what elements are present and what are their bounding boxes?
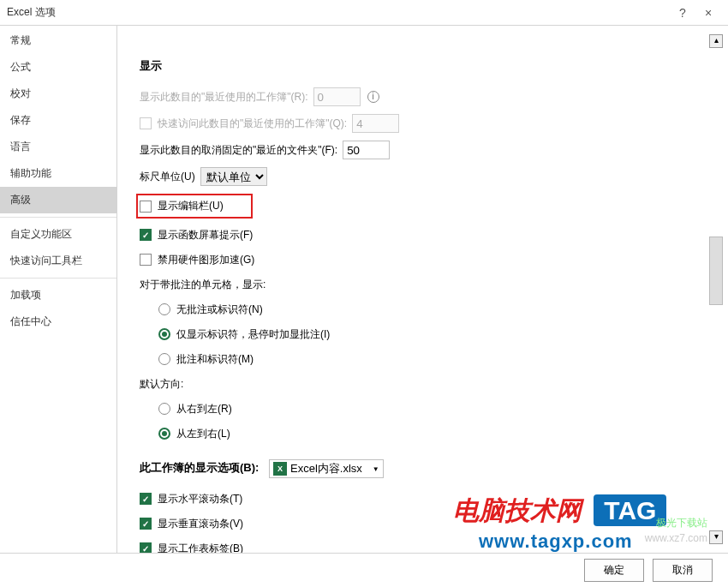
sidebar-item-formulas[interactable]: 公式 xyxy=(0,54,116,81)
show-formula-bar-checkbox[interactable] xyxy=(140,201,152,213)
ok-button[interactable]: 确定 xyxy=(584,559,644,582)
comments-indicator-label: 仅显示标识符，悬停时加显批注(I) xyxy=(176,327,330,342)
ruler-units-label: 标尺单位(U) xyxy=(140,170,195,184)
direction-ltr-radio[interactable] xyxy=(158,428,170,440)
ruler-units-select[interactable]: 默认单位 xyxy=(200,167,267,186)
quick-access-label: 快速访问此数目的"最近使用的工作簿"(Q): xyxy=(158,117,347,131)
quick-access-checkbox xyxy=(140,117,152,129)
cancel-button[interactable]: 取消 xyxy=(653,559,713,582)
close-button[interactable]: × xyxy=(695,6,721,20)
show-hscroll-label: 显示水平滚动条(T) xyxy=(158,492,242,506)
sidebar-item-advanced[interactable]: 高级 xyxy=(0,187,116,213)
show-tabs-label: 显示工作表标签(B) xyxy=(158,542,243,554)
main-panel: ▴ ▾ 显示 显示此数目的"最近使用的工作簿"(R): i 快速访问此数目的"最… xyxy=(117,26,728,553)
disable-hw-accel-label: 禁用硬件图形加速(G) xyxy=(158,253,254,267)
workbook-filename: Excel内容.xlsx xyxy=(290,461,362,476)
watermark-jg: 极光下载站 xyxy=(656,516,707,530)
direction-ltr-label: 从左到右(L) xyxy=(176,427,230,441)
quick-access-input xyxy=(352,114,399,133)
comments-heading: 对于带批注的单元格，显示: xyxy=(140,278,266,292)
window-title: Excel 选项 xyxy=(7,5,670,20)
sidebar: 常规 公式 校对 保存 语言 辅助功能 高级 自定义功能区 快速访问工具栏 加载… xyxy=(0,26,117,553)
sidebar-item-proofing[interactable]: 校对 xyxy=(0,81,116,107)
direction-rtl-label: 从右到左(R) xyxy=(176,402,232,416)
info-icon[interactable]: i xyxy=(367,91,379,103)
unpinned-folders-label: 显示此数目的取消固定的"最近的文件夹"(F): xyxy=(140,143,337,158)
workbook-file-select[interactable]: X Excel内容.xlsx ▼ xyxy=(269,459,384,478)
watermark-url: www.tagxp.com xyxy=(479,530,633,553)
comments-none-radio[interactable] xyxy=(158,303,170,315)
sidebar-item-language[interactable]: 语言 xyxy=(0,134,116,160)
sidebar-item-save[interactable]: 保存 xyxy=(0,107,116,134)
unpinned-folders-input[interactable] xyxy=(343,141,390,159)
workbook-options-heading: 此工作簿的显示选项(B): xyxy=(140,461,259,474)
sidebar-item-trust-center[interactable]: 信任中心 xyxy=(0,308,116,335)
sidebar-divider xyxy=(0,278,116,279)
watermark-site: 电脑技术网 TAG xyxy=(453,494,666,529)
sidebar-item-addins[interactable]: 加载项 xyxy=(0,282,116,308)
scroll-down-button[interactable]: ▾ xyxy=(709,530,723,544)
watermark-jg-url: www.xz7.com xyxy=(645,532,707,544)
comments-both-radio[interactable] xyxy=(158,353,170,365)
chevron-down-icon: ▼ xyxy=(373,465,379,473)
section-display-heading: 显示 xyxy=(140,58,719,74)
sidebar-item-general[interactable]: 常规 xyxy=(0,27,116,54)
help-button[interactable]: ? xyxy=(670,6,695,20)
sidebar-item-accessibility[interactable]: 辅助功能 xyxy=(0,160,116,187)
highlighted-option: 显示编辑栏(U) xyxy=(136,194,253,219)
show-tabs-checkbox[interactable] xyxy=(140,542,152,553)
excel-file-icon: X xyxy=(273,462,287,476)
scroll-up-button[interactable]: ▴ xyxy=(709,34,723,48)
disable-hw-accel-checkbox[interactable] xyxy=(140,254,152,266)
recent-workbooks-label: 显示此数目的"最近使用的工作簿"(R): xyxy=(140,90,308,105)
sidebar-divider xyxy=(0,217,116,218)
comments-none-label: 无批注或标识符(N) xyxy=(176,302,263,317)
show-function-tooltips-checkbox[interactable] xyxy=(140,229,152,241)
show-vscroll-label: 显示垂直滚动条(V) xyxy=(158,517,243,531)
recent-workbooks-input xyxy=(313,87,361,106)
direction-heading: 默认方向: xyxy=(140,377,183,392)
scrollbar-thumb[interactable] xyxy=(709,237,723,305)
show-vscroll-checkbox[interactable] xyxy=(140,518,152,530)
comments-both-label: 批注和标识符(M) xyxy=(176,352,254,367)
sidebar-item-quick-access[interactable]: 快速访问工具栏 xyxy=(0,248,116,274)
comments-indicator-radio[interactable] xyxy=(158,328,170,340)
show-function-tooltips-label: 显示函数屏幕提示(F) xyxy=(158,228,253,243)
direction-rtl-radio[interactable] xyxy=(158,403,170,415)
sidebar-item-customize-ribbon[interactable]: 自定义功能区 xyxy=(0,221,116,248)
show-hscroll-checkbox[interactable] xyxy=(140,493,152,505)
show-formula-bar-label: 显示编辑栏(U) xyxy=(158,199,224,213)
